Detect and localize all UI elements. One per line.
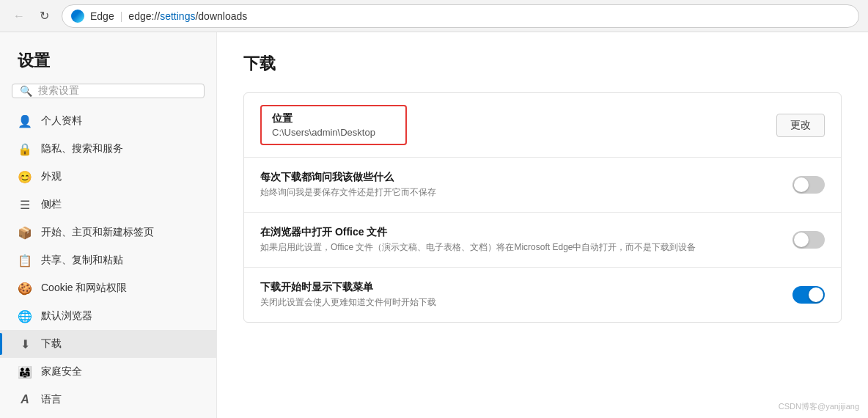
sidebar-item-family[interactable]: 👨‍👩‍👧 家庭安全 bbox=[0, 358, 216, 386]
toggle-thumb bbox=[794, 177, 809, 192]
lock-icon: 🔒 bbox=[18, 142, 32, 156]
language-icon: A bbox=[18, 392, 32, 407]
sidebar-item-sharing[interactable]: 📋 共享、复制和粘贴 bbox=[0, 246, 216, 274]
sidebar-item-privacy[interactable]: 🔒 隐私、搜索和服务 bbox=[0, 135, 216, 163]
sharing-icon: 📋 bbox=[18, 253, 32, 268]
browser-chrome: ← ↻ Edge | edge://settings/downloads bbox=[0, 0, 868, 32]
sidebar-item-label: 个人资料 bbox=[41, 114, 82, 128]
family-icon: 👨‍👩‍👧 bbox=[18, 364, 32, 379]
sidebar-item-label: 语言 bbox=[41, 393, 62, 406]
setting-name: 下载开始时显示下载菜单 bbox=[260, 281, 763, 294]
sidebar-item-language[interactable]: A 语言 bbox=[0, 386, 216, 414]
main-content: 下载 位置 C:\Users\admin\Desktop 更改 每次下载都询问我… bbox=[217, 32, 868, 418]
sidebar-item-sidebar[interactable]: ☰ 侧栏 bbox=[0, 191, 216, 219]
setting-row-show-download-menu: 下载开始时显示下载菜单 关闭此设置会使人更难知道文件何时开始下载 bbox=[244, 268, 841, 322]
sidebar-item-label: 外观 bbox=[41, 170, 62, 183]
startup-icon: 📦 bbox=[18, 225, 32, 240]
page-title: 下载 bbox=[243, 53, 842, 75]
nav-buttons: ← ↻ bbox=[9, 6, 54, 26]
watermark: CSDN博客@yanjijiang bbox=[779, 401, 859, 412]
location-path: C:\Users\admin\Desktop bbox=[272, 127, 395, 138]
setting-text-block: 每次下载都询问我该做些什么 始终询问我是要保存文件还是打开它而不保存 bbox=[260, 171, 763, 199]
sidebar-item-cookies[interactable]: 🍪 Cookie 和网站权限 bbox=[0, 274, 216, 302]
search-placeholder: 搜索设置 bbox=[38, 84, 79, 98]
show-download-menu-toggle[interactable] bbox=[792, 286, 825, 304]
setting-desc: 始终询问我是要保存文件还是打开它而不保存 bbox=[260, 186, 763, 199]
setting-row-open-office: 在浏览器中打开 Office 文件 如果启用此设置，Office 文件（演示文稿… bbox=[244, 213, 841, 268]
sidebar: 设置 🔍 搜索设置 👤 个人资料 🔒 隐私、搜索和服务 😊 外观 ☰ 侧栏 📦 … bbox=[0, 32, 217, 418]
sidebar-item-label: 隐私、搜索和服务 bbox=[41, 142, 123, 155]
location-row: 位置 C:\Users\admin\Desktop 更改 bbox=[244, 93, 841, 158]
default-browser-icon: 🌐 bbox=[18, 309, 32, 323]
search-box[interactable]: 🔍 搜索设置 bbox=[12, 84, 205, 98]
address-url: edge://settings/downloads bbox=[128, 10, 247, 22]
cookies-icon: 🍪 bbox=[18, 281, 32, 296]
sidebar-item-label: 共享、复制和粘贴 bbox=[41, 254, 123, 267]
setting-text-block: 在浏览器中打开 Office 文件 如果启用此设置，Office 文件（演示文稿… bbox=[260, 226, 763, 254]
back-button[interactable]: ← bbox=[9, 6, 29, 26]
search-icon: 🔍 bbox=[20, 85, 32, 97]
setting-desc: 如果启用此设置，Office 文件（演示文稿、电子表格、文档）将在Microso… bbox=[260, 241, 763, 254]
page-layout: 设置 🔍 搜索设置 👤 个人资料 🔒 隐私、搜索和服务 😊 外观 ☰ 侧栏 📦 … bbox=[0, 32, 868, 418]
sidebar-item-appearance[interactable]: 😊 外观 bbox=[0, 163, 216, 191]
setting-text-block: 下载开始时显示下载菜单 关闭此设置会使人更难知道文件何时开始下载 bbox=[260, 281, 763, 309]
toggle-thumb bbox=[794, 232, 809, 247]
edge-logo-icon bbox=[71, 10, 84, 23]
appearance-icon: 😊 bbox=[18, 169, 32, 184]
open-office-toggle[interactable] bbox=[792, 231, 825, 249]
sidebar-icon: ☰ bbox=[18, 197, 32, 212]
location-label: 位置 bbox=[272, 112, 395, 125]
sidebar-title: 设置 bbox=[0, 32, 216, 84]
sidebar-item-label: 家庭安全 bbox=[41, 365, 82, 378]
sidebar-item-label: Cookie 和网站权限 bbox=[41, 282, 127, 295]
setting-name: 每次下载都询问我该做些什么 bbox=[260, 171, 763, 184]
downloads-icon: ⬇ bbox=[18, 337, 32, 351]
tab-label: Edge bbox=[90, 10, 114, 22]
sidebar-item-label: 下载 bbox=[41, 337, 62, 351]
setting-desc: 关闭此设置会使人更难知道文件何时开始下载 bbox=[260, 296, 763, 309]
address-bar[interactable]: Edge | edge://settings/downloads bbox=[62, 4, 859, 28]
toggle-track[interactable] bbox=[792, 176, 825, 194]
sidebar-item-downloads[interactable]: ⬇ 下载 bbox=[0, 330, 216, 358]
toggle-track[interactable] bbox=[792, 286, 825, 304]
ask-each-time-toggle[interactable] bbox=[792, 176, 825, 194]
change-location-button[interactable]: 更改 bbox=[776, 114, 825, 137]
profile-icon: 👤 bbox=[18, 114, 32, 128]
sidebar-item-profile[interactable]: 👤 个人资料 bbox=[0, 107, 216, 135]
sidebar-item-label: 侧栏 bbox=[41, 198, 62, 211]
refresh-button[interactable]: ↻ bbox=[34, 6, 54, 26]
setting-name: 在浏览器中打开 Office 文件 bbox=[260, 226, 763, 239]
sidebar-item-startup[interactable]: 📦 开始、主页和新建标签页 bbox=[0, 219, 216, 246]
sidebar-item-default-browser[interactable]: 🌐 默认浏览器 bbox=[0, 302, 216, 330]
sidebar-item-label: 开始、主页和新建标签页 bbox=[41, 226, 154, 239]
sidebar-item-label: 默认浏览器 bbox=[41, 309, 92, 323]
location-box: 位置 C:\Users\admin\Desktop bbox=[260, 105, 407, 145]
setting-row-ask-each-time: 每次下载都询问我该做些什么 始终询问我是要保存文件还是打开它而不保存 bbox=[244, 158, 841, 213]
sidebar-item-printer[interactable]: 🖨 打印机 bbox=[0, 414, 216, 418]
address-separator: | bbox=[120, 10, 123, 22]
toggle-thumb bbox=[809, 287, 823, 302]
toggle-track[interactable] bbox=[792, 231, 825, 249]
settings-card: 位置 C:\Users\admin\Desktop 更改 每次下载都询问我该做些… bbox=[243, 92, 842, 323]
